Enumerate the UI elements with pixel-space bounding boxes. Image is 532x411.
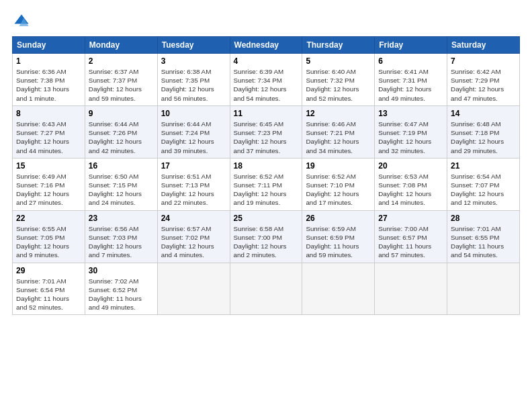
day-number: 6 — [378, 56, 443, 66]
calendar-cell: 7Sunrise: 6:42 AMSunset: 7:29 PMDaylight… — [447, 54, 520, 106]
calendar-cell: 10Sunrise: 6:44 AMSunset: 7:24 PMDayligh… — [157, 105, 230, 158]
calendar-cell: 21Sunrise: 6:54 AMSunset: 7:07 PMDayligh… — [447, 158, 520, 210]
calendar-cell: 30Sunrise: 7:02 AMSunset: 6:52 PMDayligh… — [85, 263, 157, 315]
day-number: 1 — [16, 56, 81, 66]
calendar-cell: 4Sunrise: 6:39 AMSunset: 7:34 PMDaylight… — [230, 54, 302, 106]
calendar-cell: 11Sunrise: 6:45 AMSunset: 7:23 PMDayligh… — [230, 105, 302, 158]
day-number: 8 — [16, 109, 81, 118]
calendar-cell: 28Sunrise: 7:01 AMSunset: 6:55 PMDayligh… — [447, 210, 520, 263]
calendar-cell: 29Sunrise: 7:01 AMSunset: 6:54 PMDayligh… — [13, 263, 85, 315]
day-info: Sunrise: 6:53 AMSunset: 7:08 PMDaylight:… — [378, 172, 443, 208]
day-number: 9 — [89, 109, 154, 118]
day-number: 2 — [89, 56, 154, 66]
calendar-cell — [375, 263, 447, 315]
day-number: 20 — [378, 161, 443, 171]
logo-icon — [12, 12, 31, 31]
day-info: Sunrise: 6:56 AMSunset: 7:03 PMDaylight:… — [89, 224, 154, 260]
day-number: 15 — [16, 161, 81, 171]
calendar-cell — [230, 263, 302, 315]
calendar-cell: 27Sunrise: 7:00 AMSunset: 6:57 PMDayligh… — [375, 210, 447, 263]
day-number: 26 — [306, 214, 371, 223]
calendar-cell: 12Sunrise: 6:46 AMSunset: 7:21 PMDayligh… — [302, 105, 375, 158]
calendar-cell — [447, 263, 520, 315]
day-info: Sunrise: 6:54 AMSunset: 7:07 PMDaylight:… — [451, 172, 516, 208]
calendar-cell: 5Sunrise: 6:40 AMSunset: 7:32 PMDaylight… — [302, 54, 375, 106]
day-info: Sunrise: 6:51 AMSunset: 7:13 PMDaylight:… — [161, 172, 226, 208]
day-info: Sunrise: 6:37 AMSunset: 7:37 PMDaylight:… — [89, 67, 154, 103]
calendar-cell: 22Sunrise: 6:55 AMSunset: 7:05 PMDayligh… — [13, 210, 85, 263]
day-info: Sunrise: 6:39 AMSunset: 7:34 PMDaylight:… — [234, 67, 299, 103]
day-info: Sunrise: 7:01 AMSunset: 6:55 PMDaylight:… — [451, 224, 516, 260]
day-info: Sunrise: 7:02 AMSunset: 6:52 PMDaylight:… — [89, 277, 154, 312]
day-number: 27 — [378, 214, 443, 223]
day-header-sunday: Sunday — [13, 37, 85, 54]
day-info: Sunrise: 6:41 AMSunset: 7:31 PMDaylight:… — [378, 67, 443, 103]
calendar-cell: 24Sunrise: 6:57 AMSunset: 7:02 PMDayligh… — [157, 210, 230, 263]
day-number: 12 — [306, 109, 371, 118]
calendar-cell: 13Sunrise: 6:47 AMSunset: 7:19 PMDayligh… — [375, 105, 447, 158]
day-info: Sunrise: 6:50 AMSunset: 7:15 PMDaylight:… — [89, 172, 154, 208]
calendar-cell: 2Sunrise: 6:37 AMSunset: 7:37 PMDaylight… — [85, 54, 157, 106]
day-number: 13 — [378, 109, 443, 118]
day-header-tuesday: Tuesday — [157, 37, 230, 54]
day-header-saturday: Saturday — [447, 37, 520, 54]
calendar-cell: 9Sunrise: 6:44 AMSunset: 7:26 PMDaylight… — [85, 105, 157, 158]
day-info: Sunrise: 6:57 AMSunset: 7:02 PMDaylight:… — [161, 224, 226, 260]
day-number: 25 — [234, 214, 299, 223]
day-number: 17 — [161, 161, 226, 171]
day-header-friday: Friday — [375, 37, 447, 54]
day-info: Sunrise: 6:43 AMSunset: 7:27 PMDaylight:… — [16, 120, 81, 155]
day-number: 22 — [16, 214, 81, 223]
day-number: 19 — [306, 161, 371, 171]
day-number: 30 — [89, 266, 154, 275]
calendar-cell: 15Sunrise: 6:49 AMSunset: 7:16 PMDayligh… — [13, 158, 85, 210]
header — [12, 12, 520, 31]
calendar-cell: 25Sunrise: 6:58 AMSunset: 7:00 PMDayligh… — [230, 210, 302, 263]
calendar-cell: 3Sunrise: 6:38 AMSunset: 7:35 PMDaylight… — [157, 54, 230, 106]
calendar-cell — [302, 263, 375, 315]
day-number: 11 — [234, 109, 299, 118]
day-info: Sunrise: 6:58 AMSunset: 7:00 PMDaylight:… — [234, 224, 299, 260]
day-number: 5 — [306, 56, 371, 66]
page: SundayMondayTuesdayWednesdayThursdayFrid… — [0, 0, 532, 322]
day-number: 14 — [451, 109, 516, 118]
day-info: Sunrise: 6:45 AMSunset: 7:23 PMDaylight:… — [234, 120, 299, 155]
calendar-cell: 19Sunrise: 6:52 AMSunset: 7:10 PMDayligh… — [302, 158, 375, 210]
calendar-cell: 20Sunrise: 6:53 AMSunset: 7:08 PMDayligh… — [375, 158, 447, 210]
day-info: Sunrise: 6:48 AMSunset: 7:18 PMDaylight:… — [451, 120, 516, 155]
day-info: Sunrise: 6:38 AMSunset: 7:35 PMDaylight:… — [161, 67, 226, 103]
day-info: Sunrise: 6:49 AMSunset: 7:16 PMDaylight:… — [16, 172, 81, 208]
calendar-cell: 14Sunrise: 6:48 AMSunset: 7:18 PMDayligh… — [447, 105, 520, 158]
calendar-cell: 23Sunrise: 6:56 AMSunset: 7:03 PMDayligh… — [85, 210, 157, 263]
calendar-cell: 26Sunrise: 6:59 AMSunset: 6:59 PMDayligh… — [302, 210, 375, 263]
calendar-cell: 1Sunrise: 6:36 AMSunset: 7:38 PMDaylight… — [13, 54, 85, 106]
day-number: 18 — [234, 161, 299, 171]
day-info: Sunrise: 6:40 AMSunset: 7:32 PMDaylight:… — [306, 67, 371, 103]
day-number: 3 — [161, 56, 226, 66]
day-info: Sunrise: 6:55 AMSunset: 7:05 PMDaylight:… — [16, 224, 81, 260]
day-number: 29 — [16, 266, 81, 275]
day-number: 16 — [89, 161, 154, 171]
calendar-cell: 18Sunrise: 6:52 AMSunset: 7:11 PMDayligh… — [230, 158, 302, 210]
calendar-cell — [157, 263, 230, 315]
day-info: Sunrise: 6:44 AMSunset: 7:26 PMDaylight:… — [89, 120, 154, 155]
day-header-thursday: Thursday — [302, 37, 375, 54]
day-number: 4 — [234, 56, 299, 66]
day-number: 21 — [451, 161, 516, 171]
day-header-wednesday: Wednesday — [230, 37, 302, 54]
day-info: Sunrise: 7:01 AMSunset: 6:54 PMDaylight:… — [16, 277, 81, 312]
day-number: 10 — [161, 109, 226, 118]
day-info: Sunrise: 7:00 AMSunset: 6:57 PMDaylight:… — [378, 224, 443, 260]
day-info: Sunrise: 6:42 AMSunset: 7:29 PMDaylight:… — [451, 67, 516, 103]
day-header-monday: Monday — [85, 37, 157, 54]
day-info: Sunrise: 6:47 AMSunset: 7:19 PMDaylight:… — [378, 120, 443, 155]
calendar-cell: 16Sunrise: 6:50 AMSunset: 7:15 PMDayligh… — [85, 158, 157, 210]
day-number: 24 — [161, 214, 226, 223]
calendar-cell: 8Sunrise: 6:43 AMSunset: 7:27 PMDaylight… — [13, 105, 85, 158]
calendar-table: SundayMondayTuesdayWednesdayThursdayFrid… — [12, 36, 520, 315]
day-number: 23 — [89, 214, 154, 223]
calendar-cell: 17Sunrise: 6:51 AMSunset: 7:13 PMDayligh… — [157, 158, 230, 210]
calendar-cell: 6Sunrise: 6:41 AMSunset: 7:31 PMDaylight… — [375, 54, 447, 106]
day-info: Sunrise: 6:59 AMSunset: 6:59 PMDaylight:… — [306, 224, 371, 260]
day-number: 28 — [451, 214, 516, 223]
